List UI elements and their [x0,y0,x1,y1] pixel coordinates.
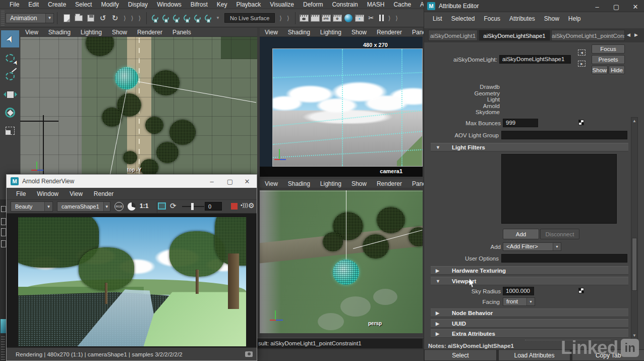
rv-menu-view[interactable]: View [64,190,88,197]
vp-menu-show[interactable]: Show [346,180,372,187]
collapser-icon[interactable]: ⟩ [395,15,398,22]
rv-menu-window[interactable]: Window [31,190,64,197]
new-scene-icon[interactable] [62,13,72,23]
aov-dropdown[interactable]: Beauty ▼ [11,201,53,212]
menu-mash[interactable]: MASH [363,0,389,9]
load-attributes-button[interactable]: Load Attributes [498,349,571,361]
pause-icon[interactable] [379,15,384,21]
stop-render-button[interactable] [231,203,238,210]
rv-menu-file[interactable]: File [11,190,31,197]
persp-viewport[interactable]: persp [260,190,423,333]
top-viewport[interactable]: top -Y [20,37,257,174]
collapser-icon[interactable]: ⟩ [388,15,391,22]
output-connections-icon[interactable]: ▸ [578,61,586,67]
scale-tool[interactable] [1,122,19,139]
render-settings-icon[interactable]: ⚙ [333,15,342,22]
menu-visualize[interactable]: Visualize [265,0,299,9]
chevron-down-icon[interactable]: ▼ [216,16,220,20]
snap-to-curve-icon[interactable] [161,13,170,22]
ae-menu-show[interactable]: Show [540,15,564,22]
camera-viewport[interactable]: 480 x 270 camera1 [260,37,423,177]
settings-gear-icon[interactable]: ⚙ [248,201,255,210]
live-surface-field[interactable]: No Live Surface [224,13,275,23]
menu-edit[interactable]: Edit [24,0,43,9]
scrollbar-thumb[interactable] [632,238,637,291]
close-button[interactable]: ✕ [239,175,256,188]
vp-menu-shading[interactable]: Shading [283,29,315,36]
tab-aiskydomelightshape1[interactable]: aiSkyDomeLightShape1 [479,30,550,41]
redo-icon[interactable]: ↻ [110,13,120,23]
camera-dropdown[interactable]: cameraShape1 ▼ [57,201,110,212]
ae-menu-attributes[interactable]: Attributes [505,15,540,22]
vp-menu-view[interactable]: View [260,180,283,187]
menu-modify[interactable]: Modify [96,0,123,9]
menu-bifrost[interactable]: Bifrost [186,0,212,9]
vp-menu-view[interactable]: View [260,29,283,36]
focus-button[interactable]: Focus [592,44,625,54]
menu-playback[interactable]: Playback [232,0,266,9]
texture-map-button[interactable] [578,120,584,125]
menu-set-dropdown[interactable]: Animation ▼ [6,13,54,23]
menu-deform[interactable]: Deform [299,0,327,9]
select-tool[interactable]: ➤ [1,30,19,47]
maximize-button[interactable]: ▢ [608,0,625,13]
toolbar-grip[interactable] [1,11,5,26]
scroll-down-icon[interactable]: ▼ [631,333,637,338]
snap-to-point-icon[interactable] [172,13,181,22]
open-scene-icon[interactable] [74,13,84,23]
add-button[interactable]: Add [503,229,539,239]
add-filter-dropdown[interactable]: <Add Filter> ▼ [503,242,561,251]
minimize-button[interactable]: – [589,0,606,13]
save-scene-icon[interactable] [86,13,96,23]
vp-menu-lighting[interactable]: Lighting [315,180,346,187]
collapser-icon[interactable]: ⟩ [131,15,134,22]
vp-menu-lighting[interactable]: Lighting [76,29,107,36]
tab-pointconstraint[interactable]: aiSkyDomeLight1_pointCons [551,30,625,41]
maximize-button[interactable]: ▢ [221,175,239,188]
layout-shortcut-icon[interactable] [1,240,6,247]
tab-scroll-left-icon[interactable]: ◀ [627,32,630,37]
texture-map-button[interactable] [578,288,584,293]
cut-icon[interactable]: ✂ [366,13,376,23]
attribute-editor-titlebar[interactable]: M Attribute Editor – ▢ ✕ [424,0,644,12]
menu-create[interactable]: Create [43,0,71,9]
sky-radius-field[interactable]: 1000.000 [503,287,534,295]
ae-menu-focus[interactable]: Focus [479,15,505,22]
vp-menu-panels[interactable]: Panels [167,29,196,36]
menu-file[interactable]: File [5,0,24,9]
vp-menu-shading[interactable]: Shading [283,180,315,187]
lasso-select-tool[interactable]: ➤ [1,49,19,67]
light-filters-list[interactable] [501,154,617,224]
snap-to-view-plane-icon[interactable] [193,13,202,22]
show-button[interactable]: Show [592,66,608,74]
uuid-section-header[interactable]: ▶ UUID [431,319,628,328]
hide-button[interactable]: Hide [609,66,625,74]
render-canvas[interactable] [7,214,257,348]
menu-display[interactable]: Display [124,0,152,9]
layout-shortcut-icon[interactable] [1,228,6,236]
debug-slider-handle[interactable] [191,203,194,210]
render-view-icon[interactable] [300,15,309,22]
layout-shortcut-active-icon[interactable] [1,319,6,333]
vp-menu-renderer[interactable]: Renderer [132,29,167,36]
facing-dropdown[interactable]: front ▼ [503,297,535,306]
vp-menu-show[interactable]: Show [107,29,132,36]
node-behavior-section-header[interactable]: ▶ Node Behavior [431,308,628,317]
layout-shortcut-icon[interactable] [1,206,6,212]
menu-cache[interactable]: Cache [389,0,416,9]
paint-select-tool[interactable] [1,68,19,85]
hypershade-icon[interactable] [344,14,353,22]
ae-menu-list[interactable]: List [428,15,447,22]
vp-menu-view[interactable]: View [20,29,43,36]
tab-aiskydomelight1[interactable]: aiSkyDomeLight1 [428,30,478,41]
scroll-up-icon[interactable]: ▲ [631,119,637,123]
close-button[interactable]: ✕ [627,0,644,13]
user-options-field[interactable] [501,254,627,263]
vp-menu-renderer[interactable]: Renderer [372,180,407,187]
make-live-icon[interactable] [204,13,213,22]
minimize-button[interactable]: – [203,175,220,188]
render-sequence-icon[interactable]: ● [355,15,364,22]
menu-windows[interactable]: Windows [152,0,186,9]
tab-scroll-right-icon[interactable]: ▶ [634,32,638,37]
collapser-icon[interactable]: ⟩ [287,15,289,22]
